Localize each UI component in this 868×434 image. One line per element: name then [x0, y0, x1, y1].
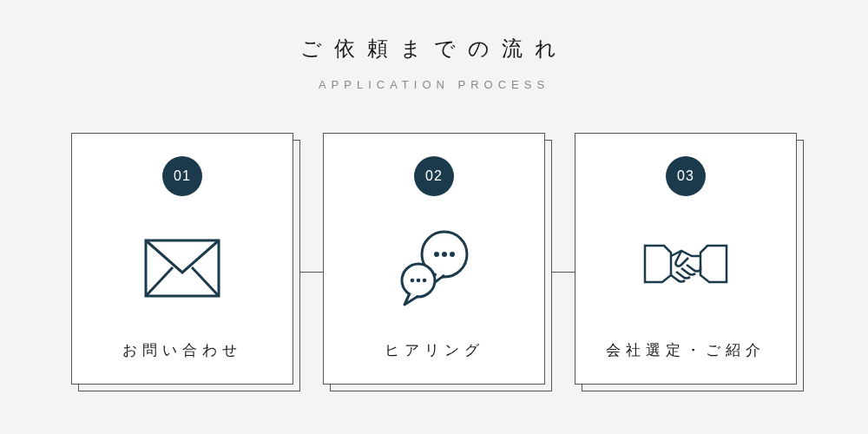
speech-bubbles-icon	[391, 220, 477, 316]
svg-point-4	[434, 252, 439, 257]
step-title: ヒアリング	[385, 340, 484, 360]
application-process-section: ご依頼までの流れ APPLICATION PROCESS 01 お問い合わせ	[0, 0, 868, 434]
step-title: 会社選定・ご紹介	[606, 340, 766, 360]
step-card: 03 会社選定・ご紹介	[575, 133, 797, 385]
step-title: お問い合わせ	[122, 340, 242, 360]
step-card: 02 ヒアリング	[323, 133, 545, 385]
svg-point-8	[411, 279, 415, 283]
step-number-badge: 02	[414, 156, 454, 196]
handshake-icon	[638, 220, 733, 316]
svg-line-2	[192, 267, 219, 296]
section-subtitle: APPLICATION PROCESS	[319, 78, 549, 91]
step-card: 01 お問い合わせ	[71, 133, 293, 385]
svg-line-1	[146, 267, 173, 296]
card: 03 会社選定・ご紹介	[575, 133, 797, 385]
step-number-badge: 01	[162, 156, 202, 196]
section-title: ご依頼までの流れ	[300, 35, 569, 62]
steps-row: 01 お問い合わせ 02	[71, 133, 797, 385]
svg-point-9	[417, 279, 421, 283]
card: 02 ヒアリング	[323, 133, 545, 385]
envelope-icon	[143, 220, 221, 316]
card: 01 お問い合わせ	[71, 133, 293, 385]
svg-point-6	[450, 252, 455, 257]
step-number-badge: 03	[666, 156, 706, 196]
svg-point-5	[442, 252, 447, 257]
svg-point-10	[423, 279, 427, 283]
